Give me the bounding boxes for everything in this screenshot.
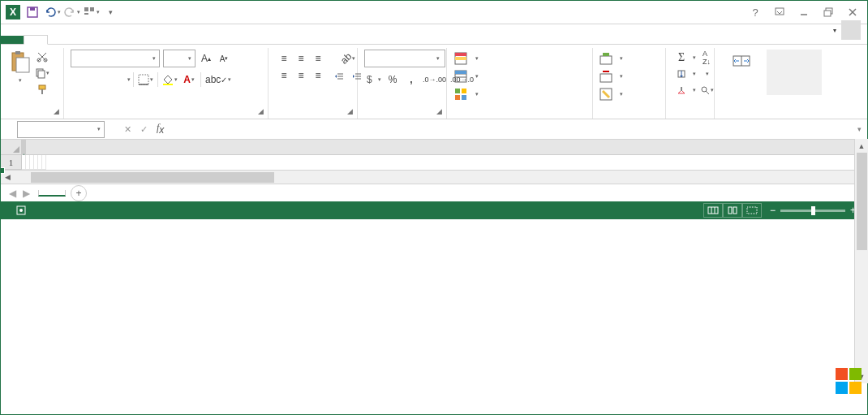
fx-icon[interactable]: fx bbox=[157, 122, 164, 136]
phonetic-icon[interactable]: abc✓▾ bbox=[204, 71, 233, 89]
scrollbar-thumb[interactable] bbox=[31, 172, 274, 183]
unmerge-cells-button[interactable] bbox=[721, 50, 762, 74]
bold-button[interactable] bbox=[71, 71, 88, 89]
decrease-font-icon[interactable]: A▾ bbox=[217, 50, 231, 67]
find-icon[interactable]: ▾ bbox=[698, 81, 715, 99]
ribbon-options-icon[interactable] bbox=[768, 4, 791, 20]
format-as-table-button[interactable]: ▾ bbox=[453, 67, 479, 85]
align-center-icon[interactable]: ≡ bbox=[292, 67, 310, 84]
view-page-layout-icon[interactable] bbox=[723, 203, 742, 218]
cell-styles-button[interactable]: ▾ bbox=[453, 85, 479, 103]
sheet-tab-onenote[interactable] bbox=[38, 190, 66, 197]
comma-icon[interactable]: , bbox=[402, 71, 420, 89]
horizontal-scrollbar[interactable]: ◀ ▶ bbox=[1, 170, 867, 184]
svg-text:X: X bbox=[10, 6, 16, 18]
paste-icon[interactable] bbox=[7, 50, 32, 74]
tab-file[interactable] bbox=[1, 36, 24, 44]
svg-rect-24 bbox=[163, 84, 173, 85]
format-cells-button[interactable]: ▾ bbox=[599, 85, 623, 103]
increase-font-icon[interactable]: A▴ bbox=[199, 50, 213, 67]
italic-button[interactable] bbox=[89, 71, 107, 89]
border-icon[interactable]: ▾ bbox=[136, 71, 155, 89]
copy-icon[interactable]: ▾ bbox=[35, 66, 49, 80]
clear-icon[interactable] bbox=[672, 81, 690, 99]
account[interactable]: ▾ bbox=[822, 16, 867, 44]
placeholder-button[interactable] bbox=[767, 50, 822, 95]
cut-icon[interactable] bbox=[35, 50, 49, 64]
zoom-out-icon[interactable]: − bbox=[770, 205, 776, 216]
group-cells: ▾ ▾ ▾ bbox=[593, 48, 666, 119]
scroll-up-icon[interactable]: ▲ bbox=[855, 139, 868, 153]
alignment-launcher-icon[interactable]: ◢ bbox=[344, 106, 355, 117]
svg-rect-60 bbox=[733, 207, 737, 214]
vertical-scrollbar[interactable]: ▲ ▼ bbox=[854, 139, 868, 383]
touch-mode-icon[interactable]: ▾ bbox=[82, 3, 100, 21]
font-launcher-icon[interactable]: ◢ bbox=[255, 106, 266, 117]
title-bar: X ▾ ▾ ▾ ▾ ? bbox=[1, 1, 867, 24]
sort-filter-dropdown-icon[interactable]: ▾ bbox=[698, 65, 715, 83]
confirm-edit-icon[interactable]: ✓ bbox=[135, 124, 152, 135]
name-box[interactable]: ▾ bbox=[17, 121, 105, 138]
align-left-icon[interactable]: ≡ bbox=[275, 67, 293, 84]
insert-cells-button[interactable]: ▾ bbox=[599, 50, 623, 67]
quick-access-toolbar: X ▾ ▾ ▾ ▾ bbox=[4, 3, 119, 21]
redo-icon[interactable]: ▾ bbox=[62, 3, 80, 21]
font-name-combo[interactable]: ▾ bbox=[71, 50, 160, 67]
minimize-icon[interactable] bbox=[793, 4, 815, 20]
help-icon[interactable]: ? bbox=[744, 4, 767, 20]
font-size-combo[interactable]: ▾ bbox=[163, 50, 196, 67]
increase-decimal-icon[interactable]: .0→.00 bbox=[421, 71, 448, 89]
paste-dropdown-icon[interactable]: ▾ bbox=[19, 77, 22, 84]
conditional-formatting-button[interactable]: ▾ bbox=[453, 50, 479, 67]
tab-review[interactable] bbox=[139, 36, 161, 44]
new-sheet-icon[interactable]: + bbox=[71, 185, 87, 201]
macro-record-icon[interactable] bbox=[15, 205, 27, 216]
view-normal-icon[interactable] bbox=[703, 203, 723, 218]
format-painter-icon[interactable] bbox=[35, 82, 49, 97]
tab-home[interactable] bbox=[24, 35, 48, 45]
scrollbar-thumb-v[interactable] bbox=[857, 153, 867, 250]
autosum-icon[interactable]: Σ bbox=[672, 49, 690, 67]
align-right-icon[interactable]: ≡ bbox=[309, 67, 327, 84]
sheet-nav-next-icon[interactable]: ▶ bbox=[23, 188, 30, 199]
row-header-1[interactable]: 1 bbox=[1, 155, 22, 170]
sheet-nav-prev-icon[interactable]: ◀ bbox=[9, 188, 16, 199]
tab-data[interactable] bbox=[116, 36, 139, 44]
view-page-break-icon[interactable] bbox=[742, 203, 762, 218]
qat-customize-icon[interactable]: ▾ bbox=[101, 3, 119, 21]
expand-formula-bar-icon[interactable]: ▾ bbox=[851, 125, 867, 133]
cell[interactable] bbox=[42, 155, 46, 170]
fill-color-icon[interactable]: ▾ bbox=[161, 71, 179, 89]
table-icon bbox=[453, 69, 468, 84]
number-format-combo[interactable]: ▾ bbox=[364, 50, 445, 67]
svg-rect-33 bbox=[455, 53, 466, 56]
align-middle-icon[interactable]: ≡ bbox=[292, 50, 310, 67]
save-icon[interactable] bbox=[24, 3, 41, 21]
col-header-f[interactable] bbox=[26, 140, 867, 155]
percent-icon[interactable]: % bbox=[384, 71, 402, 89]
sort-az-icon[interactable]: AZ↓ bbox=[698, 49, 715, 67]
align-top-icon[interactable]: ≡ bbox=[275, 50, 293, 67]
font-color-icon[interactable]: A▾ bbox=[180, 71, 198, 89]
undo-icon[interactable]: ▾ bbox=[43, 3, 61, 21]
delete-cells-button[interactable]: ▾ bbox=[599, 67, 623, 85]
select-all-corner[interactable] bbox=[1, 140, 22, 155]
scroll-left-icon[interactable]: ◀ bbox=[1, 171, 15, 184]
tab-pagelayout[interactable] bbox=[71, 36, 93, 44]
cancel-edit-icon[interactable]: ✕ bbox=[119, 124, 135, 135]
number-launcher-icon[interactable]: ◢ bbox=[433, 106, 445, 117]
app-icon[interactable]: X bbox=[4, 3, 22, 21]
tab-view[interactable] bbox=[161, 36, 184, 44]
underline-button[interactable] bbox=[108, 71, 126, 89]
accounting-icon[interactable]: $▾ bbox=[364, 71, 383, 89]
formula-bar: ▾ ✕ ✓ fx ▾ bbox=[1, 119, 867, 140]
decrease-indent-icon[interactable] bbox=[330, 68, 348, 86]
fill-icon[interactable] bbox=[672, 65, 690, 83]
tab-insert[interactable] bbox=[48, 36, 71, 44]
clipboard-launcher-icon[interactable]: ◢ bbox=[50, 106, 62, 117]
tab-formulas[interactable] bbox=[93, 36, 116, 44]
align-bottom-icon[interactable]: ≡ bbox=[309, 50, 327, 67]
zoom-slider[interactable] bbox=[780, 210, 845, 212]
worksheet-grid[interactable]: 1 bbox=[1, 140, 867, 170]
scroll-down-icon[interactable]: ▼ bbox=[855, 370, 868, 383]
